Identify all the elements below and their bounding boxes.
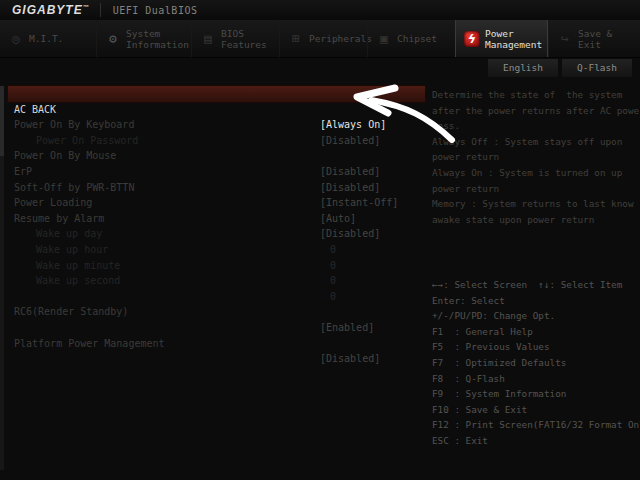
tab-save-exit[interactable]: ↪Save & Exit — [548, 20, 640, 57]
help-line: Memory : System returns to last know — [432, 196, 636, 212]
exit-icon: ↪ — [557, 31, 573, 47]
setting-row[interactable]: Wake up second 0 — [8, 258, 425, 274]
peripherals-icon: ⊞ — [288, 31, 304, 47]
setting-row[interactable]: Power Loading [Auto] — [8, 180, 425, 196]
spacer-row — [8, 273, 425, 289]
help-line: power return — [432, 181, 636, 197]
setting-value: [Disabled] — [320, 351, 380, 367]
qflash-button[interactable]: Q-Flash — [562, 59, 632, 77]
shortcut-line: +/-/PU/PD: Change Opt. — [432, 308, 636, 324]
setting-row[interactable]: Platform Power Management [Disabled] — [8, 320, 425, 336]
tab-bar: ◎M.I.T.⚙System Information▤BIOS Features… — [0, 20, 640, 58]
tab-mit[interactable]: ◎M.I.T. — [0, 20, 96, 57]
setting-row[interactable]: AC BACK [Always On] — [8, 86, 425, 102]
setting-row[interactable]: ErP [Disabled] — [8, 148, 425, 164]
tab-label: System Information — [126, 28, 189, 50]
setting-row[interactable]: RC6(Render Standby) [Enabled] — [8, 289, 425, 305]
shortcuts-panel: ←→: Select Screen ↑↓: Select ItemEnter: … — [432, 277, 636, 449]
setting-row[interactable]: Power On By Keyboard [Disabled] — [8, 102, 425, 118]
setting-row[interactable]: Power On Password — [8, 117, 425, 133]
help-line: loss. — [432, 118, 636, 134]
scrollbar-thumb[interactable] — [0, 86, 4, 156]
setting-row[interactable]: Wake up hour 0 — [8, 226, 425, 242]
setting-label: Platform Power Management — [14, 336, 165, 352]
bios-icon: ▤ — [200, 31, 216, 47]
setting-row[interactable]: Power On By Mouse [Disabled] — [8, 133, 425, 149]
tab-label: Power Management — [485, 28, 542, 50]
shortcut-line: Enter: Select — [432, 293, 636, 309]
tab-label: Peripherals — [309, 33, 372, 44]
gigabyte-logo: GIGABYTE™ — [0, 3, 100, 17]
lightning-icon: ϟ — [464, 31, 480, 47]
help-panel: Determine the state of the systemafter t… — [432, 87, 636, 227]
setting-row[interactable]: Wake up day 0 — [8, 211, 425, 227]
help-line: Always On : System is turned on up — [432, 165, 636, 181]
chipset-icon: ▣ — [376, 31, 392, 47]
help-line: awake state upon power return — [432, 212, 636, 228]
spacer-row — [8, 304, 425, 320]
shortcut-line: F9 : System Information — [432, 386, 636, 402]
tab-label: M.I.T. — [29, 33, 63, 44]
setting-row[interactable]: Soft-Off by PWR-BTTN [Instant-Off] — [8, 164, 425, 180]
sub-header: English Q-Flash — [0, 58, 640, 78]
setting-row[interactable]: Wake up minute 0 — [8, 242, 425, 258]
help-line: Determine the state of the system — [432, 87, 636, 103]
bios-screen: GIGABYTE™ UEFI DualBIOS ◎M.I.T.⚙System I… — [0, 0, 640, 480]
tab-peripherals[interactable]: ⊞Peripherals — [279, 20, 367, 57]
scrollbar[interactable] — [0, 86, 4, 470]
setting-row[interactable]: Resume by Alarm [Disabled] — [8, 195, 425, 211]
english-button[interactable]: English — [488, 59, 558, 77]
gear-icon: ⚙ — [105, 31, 121, 47]
shortcut-line: F1 : General Help — [432, 324, 636, 340]
trademark: ™ — [83, 4, 90, 10]
gear-icon: ◎ — [8, 31, 24, 47]
tab-label: Save & Exit — [578, 28, 640, 50]
help-line: power return — [432, 149, 636, 165]
firmware-title: UEFI DualBIOS — [101, 5, 198, 16]
tab-power-management[interactable]: ϟPower Management — [455, 20, 548, 57]
help-line: after the power returns after AC power — [432, 103, 636, 119]
tab-system-information[interactable]: ⚙System Information — [96, 20, 191, 57]
shortcut-line: ESC : Exit — [432, 433, 636, 449]
settings-list: AC BACK [Always On] Power On By Keyboard… — [8, 86, 425, 336]
shortcut-line: F5 : Previous Values — [432, 339, 636, 355]
shortcut-line: ←→: Select Screen ↑↓: Select Item — [432, 277, 636, 293]
tab-label: Chipset — [397, 33, 437, 44]
shortcut-line: F8 : Q-Flash — [432, 371, 636, 387]
shortcut-line: F12 : Print Screen(FAT16/32 Format Only) — [432, 417, 636, 433]
brand-bar: GIGABYTE™ UEFI DualBIOS — [0, 0, 640, 20]
tab-label: BIOS Features — [221, 28, 267, 50]
shortcut-line: F10 : Save & Exit — [432, 402, 636, 418]
tab-chipset[interactable]: ▣Chipset — [367, 20, 455, 57]
shortcut-line: F7 : Optimized Defaults — [432, 355, 636, 371]
tab-bios-features[interactable]: ▤BIOS Features — [191, 20, 279, 57]
help-line: Always Off : System stays off upon — [432, 134, 636, 150]
